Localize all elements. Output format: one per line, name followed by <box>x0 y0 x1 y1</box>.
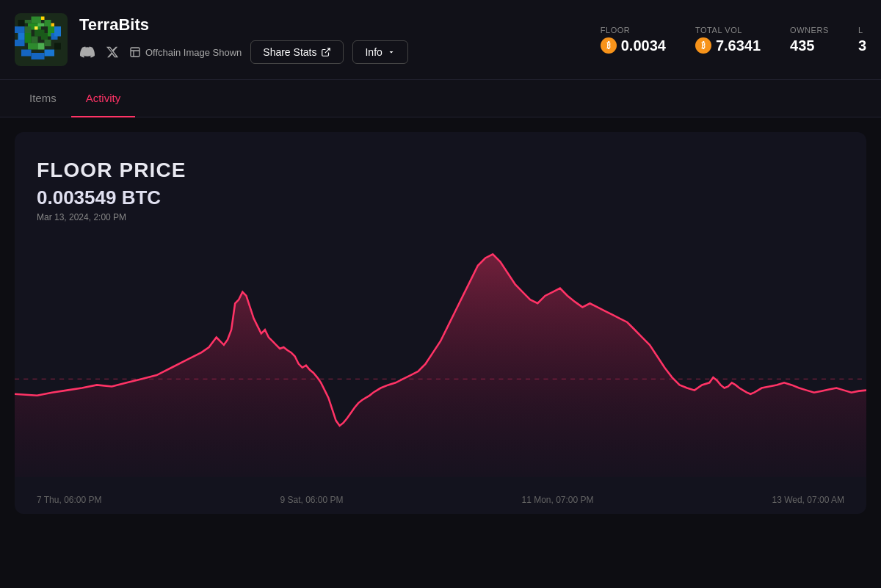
collection-name: TerraBits <box>79 15 408 35</box>
svg-rect-21 <box>32 53 45 59</box>
owners-stat: OWNERS 435 <box>790 26 829 54</box>
btc-icon-vol: ₿ <box>695 37 711 54</box>
total-vol-stat: TOTAL VOL ₿ 7.6341 <box>695 26 761 54</box>
svg-rect-1 <box>25 20 32 23</box>
total-vol-label: TOTAL VOL <box>695 26 742 35</box>
svg-rect-4 <box>25 26 32 33</box>
x-label-0: 7 Thu, 06:00 PM <box>37 495 102 505</box>
svg-rect-16 <box>18 33 25 40</box>
total-vol-value: 7.6341 <box>716 37 761 54</box>
svg-rect-7 <box>45 20 51 26</box>
x-label-3: 13 Wed, 07:00 AM <box>772 495 844 505</box>
svg-rect-22 <box>45 50 55 57</box>
collection-info: TerraBits Offchain Image Shown S <box>79 15 408 64</box>
svg-rect-24 <box>51 23 55 27</box>
chart-svg-wrapper <box>15 220 866 477</box>
offchain-label: Offchain Image Shown <box>145 47 242 58</box>
listed-value-row: 3 <box>858 37 866 54</box>
svg-rect-26 <box>18 20 25 26</box>
listed-value: 3 <box>858 37 866 54</box>
svg-rect-19 <box>54 26 61 37</box>
listed-stat: L 3 <box>858 26 866 54</box>
collection-avatar <box>15 13 68 66</box>
chart-container: FLOOR PRICE 0.003549 BTC Mar 13, 2024, 2… <box>15 132 866 514</box>
share-stats-button[interactable]: Share Stats <box>250 40 344 64</box>
page-header: TerraBits Offchain Image Shown S <box>0 0 881 80</box>
floor-label: FLOOR <box>601 26 631 35</box>
info-button[interactable]: Info <box>352 40 407 64</box>
tab-items[interactable]: Items <box>15 80 71 117</box>
svg-rect-23 <box>41 17 45 21</box>
svg-rect-12 <box>28 43 38 50</box>
svg-rect-25 <box>35 26 38 30</box>
offchain-badge: Offchain Image Shown <box>129 46 242 58</box>
twitter-x-icon[interactable] <box>104 44 120 60</box>
owners-label: OWNERS <box>790 26 829 35</box>
discord-icon[interactable] <box>79 44 95 60</box>
chart-price: 0.003549 BTC <box>37 186 844 209</box>
x-axis-labels: 7 Thu, 06:00 PM 9 Sat, 06:00 PM 11 Mon, … <box>37 495 844 505</box>
owners-value: 435 <box>790 37 814 54</box>
social-row: Offchain Image Shown Share Stats Info <box>79 40 408 64</box>
svg-rect-2 <box>32 17 42 23</box>
svg-rect-10 <box>32 37 38 43</box>
svg-rect-13 <box>38 43 45 50</box>
svg-rect-15 <box>15 26 25 33</box>
x-label-2: 11 Mon, 07:00 PM <box>521 495 593 505</box>
floor-value-row: ₿ 0.0034 <box>601 37 666 54</box>
svg-rect-20 <box>21 50 32 57</box>
svg-rect-17 <box>15 40 25 46</box>
btc-icon-floor: ₿ <box>601 37 617 54</box>
svg-rect-27 <box>54 43 61 50</box>
chart-title: FLOOR PRICE <box>37 159 844 182</box>
svg-rect-14 <box>45 40 51 46</box>
tabs-bar: Items Activity <box>0 80 881 117</box>
info-label: Info <box>365 46 382 58</box>
stats-section: FLOOR ₿ 0.0034 TOTAL VOL ₿ 7.6341 OWNERS… <box>601 26 866 54</box>
floor-stat: FLOOR ₿ 0.0034 <box>601 26 666 54</box>
svg-rect-28 <box>131 48 139 57</box>
listed-label: L <box>858 26 863 35</box>
x-label-1: 9 Sat, 06:00 PM <box>280 495 343 505</box>
share-stats-label: Share Stats <box>263 46 316 58</box>
svg-rect-6 <box>38 23 45 27</box>
total-vol-value-row: ₿ 7.6341 <box>695 37 761 54</box>
owners-value-row: 435 <box>790 37 814 54</box>
tab-activity[interactable]: Activity <box>71 80 136 117</box>
svg-rect-9 <box>41 33 48 40</box>
svg-rect-11 <box>25 33 32 43</box>
floor-value: 0.0034 <box>621 37 666 54</box>
